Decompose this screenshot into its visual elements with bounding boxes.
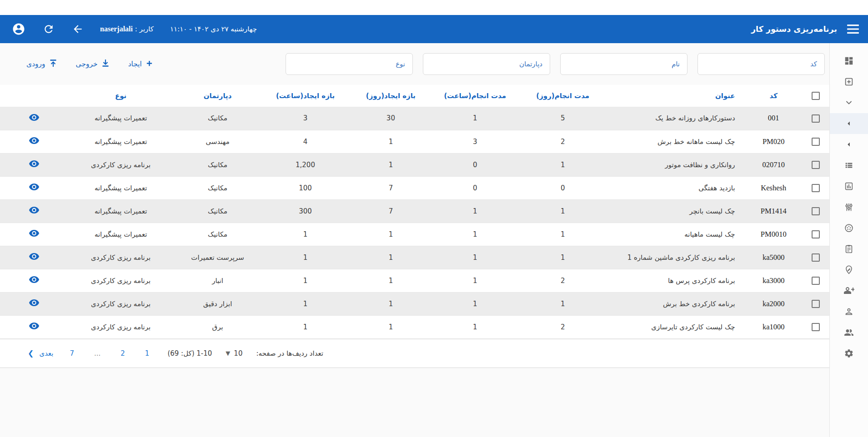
row-type: تعمیرات پیشگیرانه xyxy=(68,199,173,223)
col-header-int-hours[interactable]: بازه ایجاد(ساعت) xyxy=(262,85,348,107)
range-label: 1-10 (کل: 69) xyxy=(167,349,212,358)
row-interval-hours: 1 xyxy=(262,292,348,315)
table-row: 020710روانکاری و نظافت موتور1011,200مکان… xyxy=(0,153,829,176)
datetime-label: چهارشنبه ۲۷ دی ۱۴۰۲ - ۱۱:۱۰ xyxy=(170,25,257,33)
view-eye-icon[interactable] xyxy=(29,206,40,214)
next-page-button[interactable]: بعدی ❯ xyxy=(25,348,56,358)
code-filter-input[interactable] xyxy=(697,53,825,75)
row-type: برنامه ریزی کارکردی xyxy=(68,269,173,292)
menu-icon[interactable] xyxy=(847,25,859,34)
view-eye-icon[interactable] xyxy=(29,114,40,121)
row-code: PM0010 xyxy=(745,223,802,246)
view-eye-icon[interactable] xyxy=(29,322,40,330)
refresh-icon[interactable] xyxy=(43,23,55,35)
person-icon[interactable] xyxy=(830,301,868,322)
row-type: تعمیرات پیشگیرانه xyxy=(68,176,173,199)
row-checkbox[interactable] xyxy=(812,184,820,192)
row-duration-days: 2 xyxy=(517,315,608,338)
table-row: 001دستورکارهای روزانه خط یک51303مکانیکتع… xyxy=(0,107,829,130)
row-checkbox-cell xyxy=(802,176,829,199)
row-actions-cell xyxy=(0,107,68,130)
row-interval-hours: 300 xyxy=(262,199,348,223)
col-header-dur-hours[interactable]: مدت انجام(ساعت) xyxy=(433,85,517,107)
col-header-title[interactable]: عنوان xyxy=(608,85,745,107)
row-checkbox[interactable] xyxy=(812,277,820,285)
person-add-icon[interactable] xyxy=(830,280,868,301)
row-checkbox-cell xyxy=(802,199,829,223)
row-checkbox[interactable] xyxy=(812,323,820,331)
export-button[interactable]: خروجی xyxy=(73,59,112,70)
top-strip xyxy=(0,0,868,15)
sliders-icon[interactable] xyxy=(830,197,868,218)
chevron-down-icon: ▼ xyxy=(226,350,230,357)
view-eye-icon[interactable] xyxy=(29,160,40,168)
col-header-department[interactable]: دپارتمان xyxy=(173,85,262,107)
col-header-code[interactable]: کد xyxy=(745,85,802,107)
row-checkbox[interactable] xyxy=(812,207,820,215)
row-code: ka2000 xyxy=(745,292,802,315)
row-interval-days: 1 xyxy=(349,315,433,338)
collapse-left-icon[interactable] xyxy=(830,113,868,134)
row-checkbox[interactable] xyxy=(812,253,820,262)
row-interval-days: 1 xyxy=(349,130,433,153)
list-icon[interactable] xyxy=(830,155,868,176)
input-svideo-icon[interactable] xyxy=(830,218,868,238)
plus-icon xyxy=(146,60,153,69)
collapse-left-icon-2[interactable] xyxy=(830,134,868,155)
row-department: مکانیک xyxy=(173,223,262,246)
pin-edit-icon[interactable] xyxy=(830,259,868,280)
row-checkbox[interactable] xyxy=(812,138,820,146)
select-all-checkbox[interactable] xyxy=(812,92,820,100)
work-orders-table: کد عنوان مدت انجام(روز) مدت انجام(ساعت) … xyxy=(0,85,829,339)
view-eye-icon[interactable] xyxy=(29,299,40,307)
col-header-type[interactable]: نوع xyxy=(68,85,173,107)
col-header-int-days[interactable]: بازه ایجاد(روز) xyxy=(349,85,433,107)
chevron-down-icon[interactable] xyxy=(830,92,868,113)
page-link-2[interactable]: 2 xyxy=(120,349,125,358)
row-duration-days: 5 xyxy=(517,107,608,130)
row-code: ka5000 xyxy=(745,246,802,269)
page-link-1[interactable]: 1 xyxy=(145,349,150,358)
row-type: برنامه ریزی کارکردی xyxy=(68,292,173,315)
table-row: PM020چک لیست ماهانه خط برش2314مهندسیتعمی… xyxy=(0,130,829,153)
row-checkbox[interactable] xyxy=(812,300,820,308)
row-interval-hours: 1 xyxy=(262,269,348,292)
row-duration-days: 1 xyxy=(517,223,608,246)
name-filter-input[interactable] xyxy=(560,53,687,75)
add-box-icon[interactable] xyxy=(830,71,868,92)
table-body: 001دستورکارهای روزانه خط یک51303مکانیکتع… xyxy=(0,107,829,338)
department-filter-input[interactable] xyxy=(423,53,550,75)
upload-icon xyxy=(50,59,57,69)
back-arrow-icon[interactable] xyxy=(72,23,84,35)
view-eye-icon[interactable] xyxy=(29,253,40,260)
type-filter-input[interactable] xyxy=(286,53,413,75)
account-circle-icon[interactable] xyxy=(12,22,25,36)
user-label: کاربر : naserjalali xyxy=(100,25,154,33)
view-eye-icon[interactable] xyxy=(29,183,40,191)
row-interval-hours: 1,200 xyxy=(262,153,348,176)
create-button[interactable]: ایجاد xyxy=(125,60,156,69)
col-header-dur-days[interactable]: مدت انجام(روز) xyxy=(517,85,608,107)
row-checkbox[interactable] xyxy=(812,230,820,238)
row-duration-days: 1 xyxy=(517,199,608,223)
row-interval-days: 7 xyxy=(349,176,433,199)
row-checkbox[interactable] xyxy=(812,114,820,123)
page-link-7[interactable]: 7 xyxy=(70,349,74,358)
settings-icon[interactable] xyxy=(830,343,868,364)
rows-per-page-select[interactable]: 10 ▼ xyxy=(226,349,242,358)
row-code: ka3000 xyxy=(745,269,802,292)
view-eye-icon[interactable] xyxy=(29,276,40,283)
view-eye-icon[interactable] xyxy=(29,229,40,237)
import-button[interactable]: ورودی xyxy=(24,59,60,70)
table-row: ka1000چک لیست کارکردی تایرسازی2111برقبرن… xyxy=(0,315,829,338)
clipboard-icon[interactable] xyxy=(830,238,868,259)
table-row: ka2000برنامه کارکردی خط برش1111ابزار دقی… xyxy=(0,292,829,315)
row-checkbox[interactable] xyxy=(812,161,820,169)
row-actions-cell xyxy=(0,315,68,338)
dashboard-icon[interactable] xyxy=(830,50,868,71)
bar-chart-icon[interactable] xyxy=(830,176,868,197)
view-eye-icon[interactable] xyxy=(29,137,40,144)
row-department: مکانیک xyxy=(173,107,262,130)
row-interval-days: 7 xyxy=(349,199,433,223)
people-icon[interactable] xyxy=(830,322,868,343)
